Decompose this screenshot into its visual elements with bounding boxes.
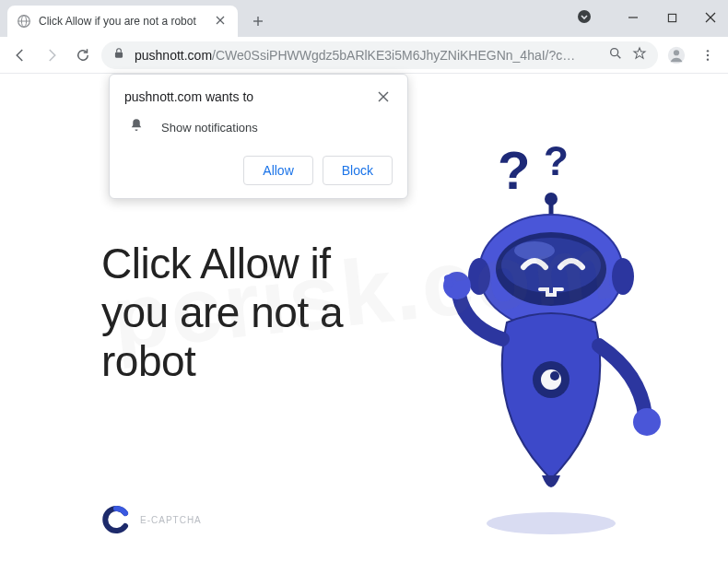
reload-button[interactable] [70, 42, 96, 68]
tab-close-button[interactable] [216, 15, 229, 28]
captcha-c-icon [101, 505, 131, 534]
svg-point-37 [487, 512, 616, 534]
lock-icon [112, 47, 125, 63]
svg-point-23 [545, 193, 558, 205]
svg-text:?: ? [498, 140, 530, 200]
hero-line: Click Allow if [101, 240, 343, 288]
permission-close-button[interactable] [378, 89, 393, 104]
minimize-button[interactable] [627, 11, 640, 24]
svg-point-11 [578, 10, 591, 23]
svg-point-19 [707, 58, 709, 60]
svg-line-14 [617, 55, 620, 58]
tab-title: Click Allow if you are not a robot [39, 15, 208, 28]
block-button[interactable]: Block [323, 156, 393, 185]
hero-line: you are not a [101, 288, 343, 337]
svg-point-36 [633, 408, 661, 436]
browser-tab[interactable]: Click Allow if you are not a robot [7, 6, 238, 37]
svg-text:?: ? [544, 138, 569, 183]
browser-toolbar: pushnott.com/CWe0SsiPHWWgdz5bARlKE3i5M6J… [0, 37, 728, 74]
svg-point-18 [707, 53, 709, 55]
svg-point-29 [468, 258, 490, 295]
bell-icon [128, 117, 145, 137]
bookmark-star-icon[interactable] [632, 46, 647, 64]
permission-capability-text: Show notifications [161, 121, 258, 135]
hero-line: robot [101, 337, 343, 386]
svg-point-28 [514, 241, 555, 260]
close-window-button[interactable] [704, 11, 717, 24]
search-tabs-caret-icon[interactable] [577, 9, 592, 28]
svg-point-30 [612, 258, 634, 295]
globe-icon [17, 14, 31, 29]
hero-text: Click Allow if you are not a robot [101, 240, 343, 386]
svg-point-32 [541, 369, 561, 390]
permission-origin-text: pushnott.com wants to [124, 89, 253, 104]
new-tab-button[interactable] [245, 8, 271, 34]
forward-button[interactable] [39, 42, 65, 68]
svg-point-16 [674, 50, 679, 55]
tab-strip: Click Allow if you are not a robot [0, 0, 728, 37]
address-bar[interactable]: pushnott.com/CWe0SsiPHWWgdz5bARlKE3i5M6J… [101, 41, 658, 69]
maximize-button[interactable] [665, 11, 678, 24]
robot-illustration: ? ? [415, 138, 691, 544]
back-button[interactable] [7, 42, 33, 68]
notification-permission-prompt: pushnott.com wants to Show notifications… [109, 74, 408, 199]
url-text: pushnott.com/CWe0SsiPHWWgdz5bARlKE3i5M6J… [135, 48, 599, 63]
allow-button[interactable]: Allow [243, 156, 312, 185]
zoom-search-icon[interactable] [608, 46, 623, 64]
kebab-menu-icon[interactable] [695, 42, 721, 68]
svg-point-17 [707, 50, 709, 52]
profile-avatar-icon[interactable] [663, 42, 689, 68]
captcha-badge: E-CAPTCHA [101, 505, 202, 534]
svg-point-33 [550, 371, 559, 381]
svg-point-13 [611, 49, 618, 56]
svg-rect-1 [668, 14, 675, 21]
captcha-label: E-CAPTCHA [140, 515, 202, 525]
svg-rect-12 [115, 53, 123, 58]
